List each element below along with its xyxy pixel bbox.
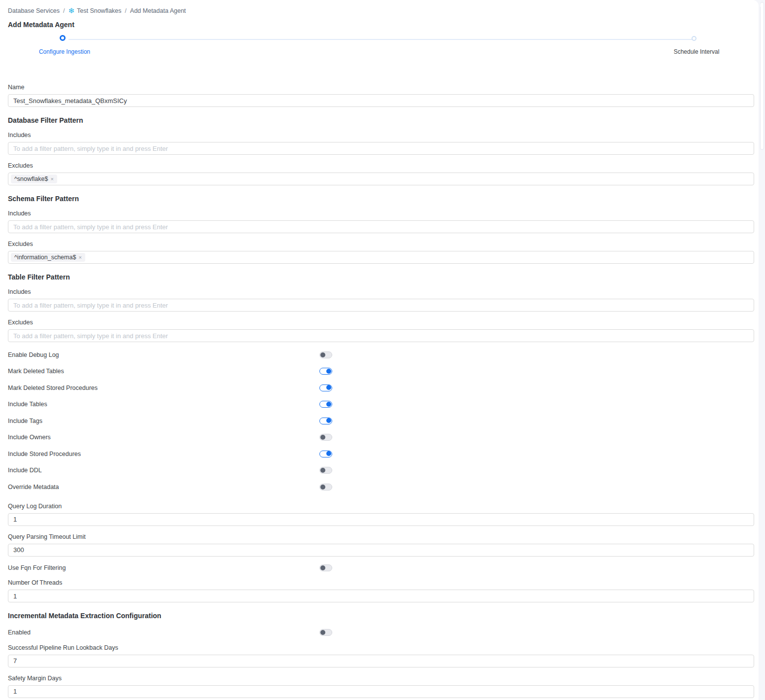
database-excludes-input[interactable]: ^snowflake$ × [8,173,754,185]
toggle-row-enabled: Enabled [8,624,754,641]
name-label: Name [8,84,754,91]
breadcrumb-service[interactable]: ❄ Test Snowflakes [68,7,121,14]
include-tables-toggle[interactable] [319,401,332,408]
toggle-label: Enable Debug Log [8,351,319,358]
chip-remove-icon[interactable]: × [50,176,53,182]
safety-margin-days-input[interactable] [8,685,754,698]
toggle-row-use-fqn: Use Fqn For Filtering [8,560,754,577]
toggle-knob [326,369,331,374]
toggle-knob [326,385,331,390]
step-circle-schedule-interval[interactable] [692,36,696,41]
toggle-knob [326,451,331,456]
filter-chip: ^information_schema$ × [11,253,85,262]
toggle-row-mark-deleted-stored-procedures: Mark Deleted Stored Procedures [8,380,754,396]
toggle-label: Include DDL [8,467,319,474]
toggle-row-include-owners: Include Owners [8,429,754,446]
toggle-label: Mark Deleted Stored Procedures [8,385,319,391]
stepper: Configure Ingestion Schedule Interval [0,33,765,57]
toggle-label: Use Fqn For Filtering [8,564,319,571]
toggle-row-mark-deleted-tables: Mark Deleted Tables [8,363,754,380]
toggle-knob [320,565,325,570]
database-excludes-label: Excludes [8,162,754,169]
breadcrumb-service-label: Test Snowflakes [77,7,121,14]
page-content: Database Services / ❄ Test Snowflakes / … [0,0,765,29]
mark-deleted-stored-procedures-toggle[interactable] [319,385,332,391]
toggle-label: Mark Deleted Tables [8,368,319,375]
toggle-label: Include Tables [8,401,319,408]
number-of-threads-input[interactable] [8,590,754,602]
database-includes-input[interactable] [8,142,754,155]
schema-excludes-label: Excludes [8,241,754,247]
table-excludes-label: Excludes [8,319,754,326]
scrollbar-thumb[interactable] [760,2,764,150]
toggle-knob [320,352,325,357]
breadcrumb-separator: / [125,7,126,14]
chip-remove-icon[interactable]: × [78,255,81,260]
toggle-label: Include Owners [8,434,319,441]
include-stored-procedures-toggle[interactable] [319,451,332,457]
page-title: Add Metadata Agent [8,21,754,29]
toggle-label: Enabled [8,629,319,636]
toggle-row-include-tables: Include Tables [8,396,754,413]
table-includes-input[interactable] [8,299,754,312]
name-input[interactable] [8,94,754,107]
breadcrumb: Database Services / ❄ Test Snowflakes / … [8,0,754,14]
include-tags-toggle[interactable] [319,418,332,424]
lookback-days-label: Successful Pipeline Run Lookback Days [8,644,754,651]
query-log-duration-input[interactable] [8,513,754,526]
database-filter-pattern-heading: Database Filter Pattern [8,116,754,124]
use-fqn-toggle[interactable] [319,564,332,571]
stepper-connector-line [69,39,696,40]
mark-deleted-tables-toggle[interactable] [319,368,332,375]
filter-chip-label: ^snowflake$ [14,175,48,182]
lookback-days-input[interactable] [8,655,754,667]
toggle-row-include-ddl: Include DDL [8,462,754,479]
toggle-knob [320,485,325,490]
toggle-knob [320,468,325,473]
include-ddl-toggle[interactable] [319,467,332,474]
table-filter-pattern-heading: Table Filter Pattern [8,273,754,281]
override-metadata-toggle[interactable] [319,484,332,490]
query-parsing-timeout-input[interactable] [8,544,754,557]
enable-debug-log-toggle[interactable] [319,351,332,358]
incremental-extraction-heading: Incremental Metadata Extraction Configur… [8,612,754,620]
schema-excludes-input[interactable]: ^information_schema$ × [8,251,754,264]
toggle-row-override-metadata: Override Metadata [8,479,754,495]
table-includes-label: Includes [8,288,754,295]
breadcrumb-database-services[interactable]: Database Services [8,7,60,14]
toggle-row-include-stored-procedures: Include Stored Procedures [8,446,754,462]
schema-includes-input[interactable] [8,220,754,233]
breadcrumb-current-page: Add Metadata Agent [130,7,186,14]
number-of-threads-label: Number Of Threads [8,579,754,586]
step-circle-configure-ingestion[interactable] [60,35,66,41]
toggle-label: Include Tags [8,418,319,424]
safety-margin-days-label: Safety Margin Days [8,675,754,682]
schema-includes-label: Includes [8,210,754,217]
toggle-options: Enable Debug Log Mark Deleted Tables Mar… [8,347,754,495]
step-label-schedule-interval: Schedule Interval [660,48,733,55]
database-includes-label: Includes [8,132,754,139]
toggle-knob [326,418,331,423]
query-log-duration-label: Query Log Duration [8,503,754,510]
toggle-label: Override Metadata [8,484,319,490]
toggle-row-include-tags: Include Tags [8,413,754,429]
scrollbar-track[interactable] [759,0,765,700]
toggle-row-enable-debug-log: Enable Debug Log [8,347,754,363]
metadata-agent-form: Name Database Filter Pattern Includes Ex… [8,84,754,700]
toggle-knob [326,402,331,407]
toggle-label: Include Stored Procedures [8,451,319,457]
filter-chip-label: ^information_schema$ [14,254,76,261]
query-parsing-timeout-label: Query Parsing Timeout Limit [8,533,754,540]
toggle-knob [320,630,325,635]
table-excludes-input[interactable] [8,329,754,342]
snowflake-icon: ❄ [68,7,74,14]
toggle-knob [320,435,325,440]
filter-chip: ^snowflake$ × [11,175,57,183]
schema-filter-pattern-heading: Schema Filter Pattern [8,195,754,203]
step-label-configure-ingestion: Configure Ingestion [33,48,97,55]
include-owners-toggle[interactable] [319,434,332,441]
incremental-enabled-toggle[interactable] [319,629,332,636]
breadcrumb-separator: / [63,7,65,14]
